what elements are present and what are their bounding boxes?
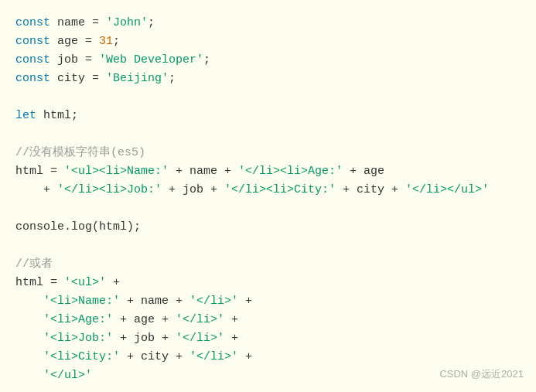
code-line-15: '<li>City:' + city + '</li>' + [15, 348, 521, 366]
watermark: CSDN @远近2021 [439, 366, 524, 383]
keyword-const: const [15, 72, 50, 85]
keyword-const: const [15, 16, 50, 29]
code-line-5: let html; [15, 107, 521, 125]
code-line-12: '<li>Name:' + name + '</li>' + [15, 292, 521, 311]
empty-line [15, 125, 521, 144]
keyword-const: const [15, 35, 50, 48]
code-line-10: //或者 [15, 255, 521, 274]
code-line-14: '<li>Job:' + job + '</li>' + [15, 329, 521, 348]
empty-line [15, 199, 521, 218]
code-line-4: const city = 'Beijing'; [15, 70, 521, 88]
code-line-3: const job = 'Web Developer'; [15, 51, 521, 70]
code-line-2: const age = 31; [15, 32, 521, 51]
keyword-const: const [15, 53, 50, 66]
empty-line [15, 237, 521, 255]
empty-line [15, 88, 521, 107]
code-line-7: html = '<ul><li>Name:' + name + '</li><l… [15, 162, 521, 181]
code-line-1: const name = 'John'; [15, 14, 521, 32]
code-line-13: '<li>Age:' + age + '</li>' + [15, 311, 521, 329]
code-line-8: + '</li><li>Job:' + job + '</li><li>City… [15, 181, 521, 199]
code-line-9: console.log(html); [15, 218, 521, 237]
code-line-6: //没有模板字符串(es5) [15, 144, 521, 162]
keyword-let: let [15, 109, 36, 122]
code-block: const name = 'John'; const age = 31; con… [0, 0, 536, 392]
code-line-11: html = '<ul>' + [15, 274, 521, 292]
